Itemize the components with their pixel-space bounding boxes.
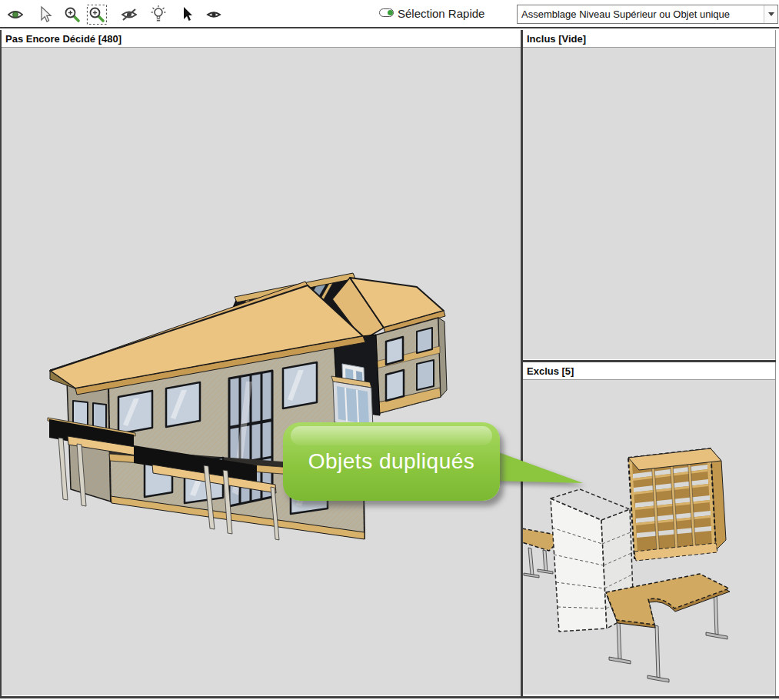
pointer-icon[interactable] [176, 4, 198, 25]
scope-dropdown[interactable]: Assemblage Niveau Supérieur ou Objet uni… [517, 5, 778, 24]
furniture-models[interactable] [523, 380, 775, 695]
zoom-window-icon[interactable] [86, 4, 108, 25]
window-bottom-border [0, 696, 779, 698]
dropdown-arrow-button[interactable] [764, 5, 777, 23]
zoom-in-icon[interactable] [62, 4, 83, 25]
panel-undecided: Pas Encore Décidé [480] [0, 30, 521, 696]
excluded-viewport[interactable] [523, 380, 775, 695]
toggle-knob [388, 10, 393, 15]
quick-selection-label: Sélection Rapide [398, 7, 484, 20]
toolbar: Sélection Rapide Assemblage Niveau Supér… [0, 0, 779, 28]
panel-included-header: Inclus [Vide] [523, 30, 775, 48]
panel-included: Inclus [Vide] [523, 30, 776, 360]
panel-excluded: Exclus [5] [523, 362, 776, 696]
hide-eye-icon[interactable] [118, 4, 140, 25]
select-arrow-icon[interactable] [34, 4, 55, 25]
undecided-viewport[interactable] [2, 48, 521, 695]
panel-undecided-header: Pas Encore Décidé [480] [2, 30, 521, 48]
l-shaped-desk[interactable] [606, 574, 730, 682]
scope-dropdown-value: Assemblage Niveau Supérieur ou Objet uni… [518, 8, 764, 20]
panel-included-title: Inclus [Vide] [527, 33, 586, 45]
visibility-eye-icon[interactable] [5, 4, 26, 25]
cubby-shelf[interactable] [628, 448, 726, 561]
house-model[interactable] [2, 48, 521, 695]
chevron-down-icon [768, 12, 774, 16]
panel-excluded-title: Exclus [5] [527, 365, 574, 377]
quick-selection-toggle[interactable] [379, 8, 394, 17]
highlight-bulb-icon[interactable] [148, 4, 169, 25]
small-eye-icon[interactable] [203, 4, 225, 25]
panel-excluded-header: Exclus [5] [523, 362, 775, 380]
included-viewport[interactable] [523, 48, 775, 359]
panel-undecided-title: Pas Encore Décidé [480] [5, 33, 122, 45]
